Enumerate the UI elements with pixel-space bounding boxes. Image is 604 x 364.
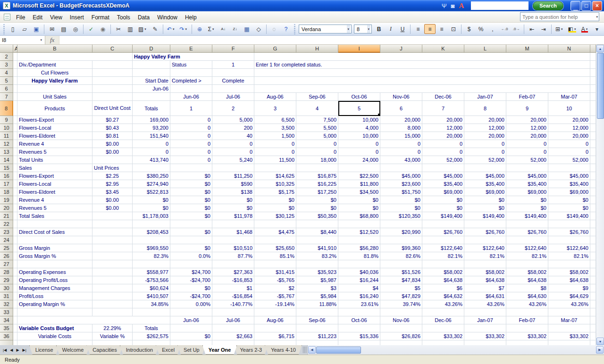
cell-D5[interactable]: Start Date (133, 77, 170, 85)
cell-C17[interactable]: $2.95 (92, 180, 133, 188)
cell-B24[interactable] (17, 236, 92, 244)
cell-B4[interactable]: Cut Flowers (17, 69, 92, 77)
new-document-icon[interactable]: ▯ (7, 24, 18, 34)
cell-F24[interactable] (212, 236, 254, 244)
cell-J22[interactable] (380, 220, 422, 228)
cell-M35[interactable] (506, 324, 548, 332)
cell-C32[interactable] (92, 300, 133, 308)
cell-E16[interactable]: $0 (170, 172, 212, 180)
cell-L35[interactable] (464, 324, 506, 332)
cell-M10[interactable]: 12,000 (506, 124, 548, 132)
open-icon[interactable]: ▱ (19, 24, 30, 34)
cell-B21[interactable]: Total Sales (17, 212, 92, 220)
annotation-icon[interactable]: A (459, 2, 464, 10)
cell-L34[interactable]: Jan-07 (464, 316, 506, 324)
cell-G21[interactable]: $30,125 (254, 212, 296, 220)
cell-F17[interactable]: $590 (212, 180, 254, 188)
cell-G27[interactable] (254, 260, 296, 268)
cell-M34[interactable]: Feb-07 (506, 316, 548, 324)
cell-F34[interactable]: Jul-06 (212, 316, 254, 324)
cell-C26[interactable] (92, 252, 133, 260)
cell-D24[interactable] (133, 236, 170, 244)
cell-G5[interactable] (254, 77, 590, 85)
cell-B7[interactable]: Unit Sales (17, 93, 92, 101)
cell-D14[interactable]: 413,740 (133, 156, 170, 164)
cell-N36[interactable]: $33,302 (548, 332, 590, 340)
cell-N26[interactable]: 82.1% (548, 252, 590, 260)
align-left-button[interactable]: ≡ (412, 24, 424, 34)
row-header-35[interactable]: 35 (0, 324, 13, 332)
cell-J25[interactable]: $99,360 (380, 244, 422, 252)
cell-N34[interactable]: Mar-07 (548, 316, 590, 324)
cell-D33[interactable] (133, 308, 170, 316)
menu-edit[interactable]: Edit (29, 12, 46, 23)
cell-F6[interactable] (212, 85, 254, 93)
cell-J35[interactable] (380, 324, 422, 332)
cell-M28[interactable]: $58,002 (506, 268, 548, 276)
cell-C3[interactable] (92, 61, 133, 69)
row-header-27[interactable]: 27 (0, 260, 13, 268)
cell-M21[interactable]: $149,400 (506, 212, 548, 220)
cell-K32[interactable]: 43.26% (422, 300, 464, 308)
cell-N7[interactable]: Mar-07 (548, 93, 590, 101)
cell-I17[interactable]: $11,800 (338, 180, 380, 188)
cell-B36[interactable]: Variable Costs (17, 332, 92, 340)
cell-M27[interactable] (506, 260, 548, 268)
cell-K35[interactable] (422, 324, 464, 332)
cell-D8[interactable]: Totals (133, 101, 170, 116)
cell-G31[interactable]: -$5,767 (254, 292, 296, 300)
cell-K17[interactable]: $35,400 (422, 180, 464, 188)
align-center-button[interactable]: ≡ (424, 24, 436, 34)
cell-N25[interactable]: $122,640 (548, 244, 590, 252)
insert-function-button[interactable]: fx (45, 36, 59, 44)
cell-C9[interactable]: $0.27 (92, 116, 133, 124)
cell-G15[interactable] (254, 164, 296, 172)
cell-K26[interactable]: 82.1% (422, 252, 464, 260)
cell-L13[interactable]: 0 (464, 148, 506, 156)
percent-button[interactable]: % (475, 24, 487, 34)
cell-L16[interactable]: $45,000 (464, 172, 506, 180)
cell-G4[interactable] (254, 69, 590, 77)
cell-E27[interactable] (170, 260, 212, 268)
cell-J24[interactable] (380, 236, 422, 244)
underline-button[interactable]: U (397, 24, 408, 34)
cell-N14[interactable]: 52,000 (548, 156, 590, 164)
email-icon[interactable]: ✉ (46, 24, 58, 34)
menu-data[interactable]: Data (134, 12, 153, 23)
row-header-8[interactable]: 8 (0, 101, 13, 116)
hyperlink-icon[interactable]: ⊕ (194, 24, 205, 34)
cell-F36[interactable]: $2,663 (212, 332, 254, 340)
comma-style-button[interactable]: , (487, 24, 498, 34)
cell-G32[interactable]: -19.14% (254, 300, 296, 308)
research-icon[interactable]: ◉ (97, 24, 109, 34)
sheet-tab-years-2-3[interactable]: Years 2-3 (234, 345, 268, 355)
cell-F13[interactable]: 0 (212, 148, 254, 156)
last-sheet-button[interactable]: ▶| (21, 347, 28, 353)
microphone-icon[interactable]: Ψ (442, 2, 447, 9)
cell-E4[interactable] (170, 69, 212, 77)
cell-E15[interactable] (170, 164, 212, 172)
cell-J26[interactable]: 82.6% (380, 252, 422, 260)
cell-C5[interactable] (92, 77, 133, 85)
cell-L33[interactable] (464, 308, 506, 316)
menu-file[interactable]: File (12, 12, 29, 23)
cell-L15[interactable] (464, 164, 506, 172)
cell-F27[interactable] (212, 260, 254, 268)
cell-C33[interactable] (92, 308, 133, 316)
cell-E29[interactable]: -$24,700 (170, 276, 212, 284)
menu-help[interactable]: Help (181, 12, 201, 23)
cell-B35[interactable]: Variable Costs Budget (17, 324, 92, 332)
cell-K34[interactable]: Dec-06 (422, 316, 464, 324)
cell-L36[interactable]: $33,302 (464, 332, 506, 340)
cell-A3[interactable] (13, 61, 17, 69)
cell-G35[interactable] (254, 324, 296, 332)
cell-G19[interactable]: $0 (254, 196, 296, 204)
redo-icon[interactable]: ↷▾ (177, 24, 190, 34)
row-header-33[interactable]: 33 (0, 308, 13, 316)
row-header-31[interactable]: 31 (0, 292, 13, 300)
column-header-M[interactable]: M (506, 45, 548, 53)
cell-N16[interactable]: $45,000 (548, 172, 590, 180)
search-input[interactable] (471, 1, 528, 10)
name-box[interactable]: I8 ▾ (0, 36, 45, 44)
cell-N12[interactable]: 0 (548, 140, 590, 148)
